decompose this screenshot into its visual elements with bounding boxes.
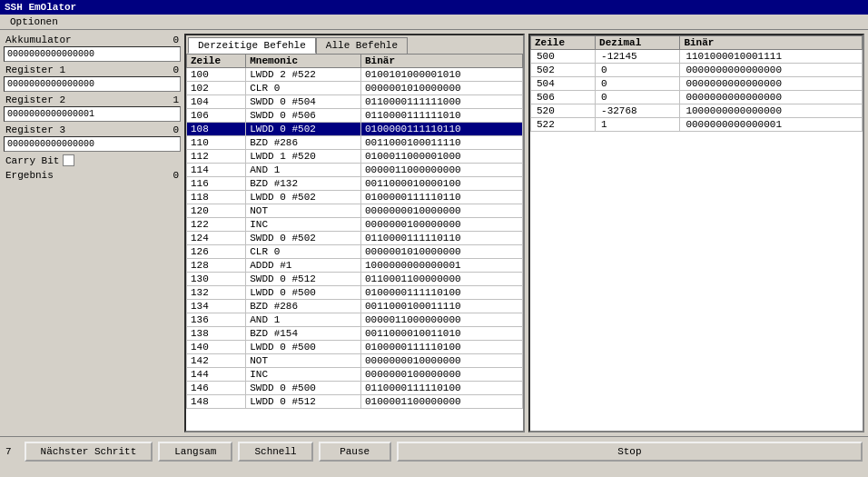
col-zeile: Zeile bbox=[187, 55, 246, 68]
table-row[interactable]: 138 BZD #154 0011000010011010 bbox=[187, 327, 523, 341]
table-row[interactable]: 118 LWDD 0 #502 0100000111110110 bbox=[187, 191, 523, 204]
row-mnemonic: SWDD 0 #512 bbox=[246, 273, 361, 286]
table-row[interactable]: 140 LWDD 0 #500 0100000111110100 bbox=[187, 341, 523, 354]
row-zeile: 126 bbox=[187, 245, 246, 259]
mem-binaer: 0000000000000000 bbox=[680, 77, 863, 91]
mem-dezimal: -12145 bbox=[596, 50, 680, 64]
center-panel: Derzeitige Befehle Alle Befehle Zeile Mn… bbox=[184, 34, 525, 432]
memory-row: 500 -12145 1101000010001111 bbox=[531, 50, 863, 64]
row-mnemonic: AND 1 bbox=[246, 313, 361, 327]
register1-label: Register 1 bbox=[5, 65, 65, 75]
table-row[interactable]: 122 INC 0000000100000000 bbox=[187, 218, 523, 232]
stop-button[interactable]: Stop bbox=[397, 442, 863, 462]
table-row[interactable]: 106 SWDD 0 #506 0110000111111010 bbox=[187, 109, 523, 123]
tab-alle[interactable]: Alle Befehle bbox=[316, 37, 408, 54]
tab-bar: Derzeitige Befehle Alle Befehle bbox=[186, 35, 523, 54]
row-mnemonic: NOT bbox=[246, 204, 361, 218]
row-mnemonic: LWDD 0 #502 bbox=[246, 123, 361, 136]
table-row[interactable]: 116 BZD #132 0011000010000100 bbox=[187, 177, 523, 191]
pause-button[interactable]: Pause bbox=[319, 442, 391, 462]
menu-optionen[interactable]: Optionen bbox=[5, 15, 64, 29]
ergebnis-label: Ergebnis bbox=[5, 170, 54, 181]
table-row[interactable]: 124 SWDD 0 #502 0110000111110110 bbox=[187, 232, 523, 245]
row-mnemonic: LWDD 0 #502 bbox=[246, 191, 361, 204]
row-mnemonic: BZD #286 bbox=[246, 300, 361, 313]
row-binaer: 0011000010011010 bbox=[360, 327, 522, 341]
table-row[interactable]: 134 BZD #286 0011000100011110 bbox=[187, 300, 523, 313]
row-zeile: 106 bbox=[187, 109, 246, 123]
row-zeile: 104 bbox=[187, 95, 246, 109]
row-zeile: 116 bbox=[187, 177, 246, 191]
table-row[interactable]: 120 NOT 0000000010000000 bbox=[187, 204, 523, 218]
table-row[interactable]: 128 ADDD #1 1000000000000001 bbox=[187, 259, 523, 273]
table-row[interactable]: 148 LWDD 0 #512 0100001100000000 bbox=[187, 395, 523, 409]
langsam-button[interactable]: Langsam bbox=[158, 442, 232, 462]
table-row[interactable]: 136 AND 1 0000011000000000 bbox=[187, 313, 523, 327]
register3-value: 0 bbox=[173, 124, 179, 135]
table-row[interactable]: 114 AND 1 0000011000000000 bbox=[187, 164, 523, 177]
table-row[interactable]: 110 BZD #286 0011000100011110 bbox=[187, 136, 523, 150]
row-zeile: 142 bbox=[187, 354, 246, 368]
schnell-button[interactable]: Schnell bbox=[238, 442, 312, 462]
row-mnemonic: SWDD 0 #506 bbox=[246, 109, 361, 123]
mem-zeile: 502 bbox=[531, 64, 596, 77]
row-mnemonic: SWDD 0 #500 bbox=[246, 382, 361, 395]
left-panel: Akkumulator 0 0000000000000000 Register … bbox=[4, 34, 181, 432]
row-binaer: 0110000111110100 bbox=[360, 382, 522, 395]
table-row[interactable]: 112 LWDD 1 #520 0100011000001000 bbox=[187, 150, 523, 164]
row-zeile: 140 bbox=[187, 341, 246, 354]
row-zeile: 122 bbox=[187, 218, 246, 232]
mem-binaer: 0000000000000000 bbox=[680, 64, 863, 77]
table-row[interactable]: 144 INC 0000000100000000 bbox=[187, 368, 523, 382]
memory-row: 504 0 0000000000000000 bbox=[531, 77, 863, 91]
row-zeile: 132 bbox=[187, 286, 246, 300]
tab-derzeitige[interactable]: Derzeitige Befehle bbox=[188, 37, 316, 54]
table-row[interactable]: 100 LWDD 2 #522 0100101000001010 bbox=[187, 68, 523, 82]
table-row[interactable]: 142 NOT 0000000010000000 bbox=[187, 354, 523, 368]
mem-binaer: 1000000000000000 bbox=[680, 104, 863, 118]
table-row[interactable]: 104 SWDD 0 #504 0110000111111000 bbox=[187, 95, 523, 109]
row-zeile: 148 bbox=[187, 395, 246, 409]
row-mnemonic: SWDD 0 #502 bbox=[246, 232, 361, 245]
row-binaer: 0110000111111000 bbox=[360, 95, 522, 109]
row-mnemonic: SWDD 0 #504 bbox=[246, 95, 361, 109]
instructions-table: Zeile Mnemonic Binär 100 LWDD 2 #522 010… bbox=[186, 54, 523, 409]
row-mnemonic: NOT bbox=[246, 354, 361, 368]
row-mnemonic: LWDD 1 #520 bbox=[246, 150, 361, 164]
title-bar: SSH EmOlator bbox=[0, 0, 868, 15]
register1-value: 0 bbox=[173, 65, 179, 75]
mem-zeile: 522 bbox=[531, 118, 596, 132]
row-zeile: 112 bbox=[187, 150, 246, 164]
row-zeile: 146 bbox=[187, 382, 246, 395]
naechster-schritt-button[interactable]: Nächster Schritt bbox=[25, 442, 153, 462]
mem-col-dezimal: Dezimal bbox=[596, 36, 680, 50]
row-mnemonic: BZD #286 bbox=[246, 136, 361, 150]
row-binaer: 0000001010000000 bbox=[360, 82, 522, 95]
row-zeile: 144 bbox=[187, 368, 246, 382]
table-row[interactable]: 102 CLR 0 0000001010000000 bbox=[187, 82, 523, 95]
mem-zeile: 520 bbox=[531, 104, 596, 118]
mem-binaer: 0000000000000001 bbox=[680, 118, 863, 132]
table-row[interactable]: 146 SWDD 0 #500 0110000111110100 bbox=[187, 382, 523, 395]
row-zeile: 130 bbox=[187, 273, 246, 286]
table-row[interactable]: 126 CLR 0 0000001010000000 bbox=[187, 245, 523, 259]
memory-row: 506 0 0000000000000000 bbox=[531, 91, 863, 104]
akkumulator-value: 0 bbox=[173, 35, 179, 45]
row-zeile: 100 bbox=[187, 68, 246, 82]
row-zeile: 128 bbox=[187, 259, 246, 273]
register2-label: Register 2 bbox=[5, 94, 65, 105]
col-binaer: Binär bbox=[360, 55, 522, 68]
table-row[interactable]: 130 SWDD 0 #512 0110001100000000 bbox=[187, 273, 523, 286]
mem-col-binaer: Binär bbox=[680, 36, 863, 50]
instructions-scroll[interactable]: Zeile Mnemonic Binär 100 LWDD 2 #522 010… bbox=[186, 54, 523, 431]
row-zeile: 114 bbox=[187, 164, 246, 177]
row-zeile: 138 bbox=[187, 327, 246, 341]
row-mnemonic: ADDD #1 bbox=[246, 259, 361, 273]
row-zeile: 118 bbox=[187, 191, 246, 204]
table-row[interactable]: 132 LWDD 0 #500 0100000111110100 bbox=[187, 286, 523, 300]
carry-bit-checkbox[interactable] bbox=[63, 154, 74, 166]
table-row[interactable]: 108 LWDD 0 #502 0100000111110110 bbox=[187, 123, 523, 136]
row-zeile: 120 bbox=[187, 204, 246, 218]
row-mnemonic: INC bbox=[246, 368, 361, 382]
mem-dezimal: -32768 bbox=[596, 104, 680, 118]
